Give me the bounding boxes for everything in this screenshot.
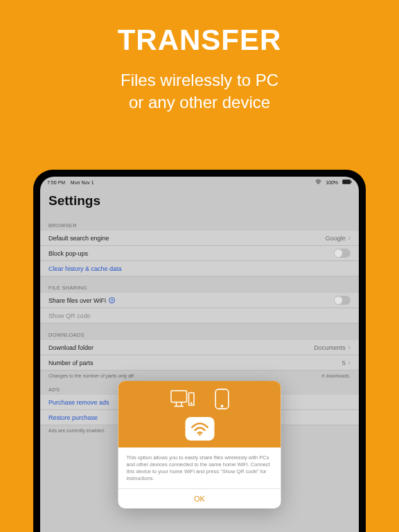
svg-point-8: [190, 402, 192, 404]
svg-rect-3: [171, 391, 187, 402]
svg-point-11: [199, 434, 201, 436]
hero-title: TRANSFER: [0, 24, 399, 57]
tablet-frame: 7:50 PM Mon Nov 1 100% Settings BROWSER …: [33, 170, 366, 532]
desktop-icon: [170, 389, 195, 411]
modal-ok-button[interactable]: OK: [118, 488, 281, 508]
tablet-screen: 7:50 PM Mon Nov 1 100% Settings BROWSER …: [40, 177, 359, 532]
modal-body-text: This option allows you to easily share f…: [118, 447, 281, 488]
hero: TRANSFER Files wirelessly to PC or any o…: [0, 0, 399, 114]
wifi-share-icon: [185, 417, 214, 441]
modal-header: [118, 381, 281, 447]
hero-subtitle: Files wirelessly to PC or any other devi…: [0, 69, 399, 114]
svg-point-10: [221, 405, 222, 407]
info-modal: This option allows you to easily share f…: [118, 381, 281, 508]
phone-icon: [214, 388, 229, 413]
